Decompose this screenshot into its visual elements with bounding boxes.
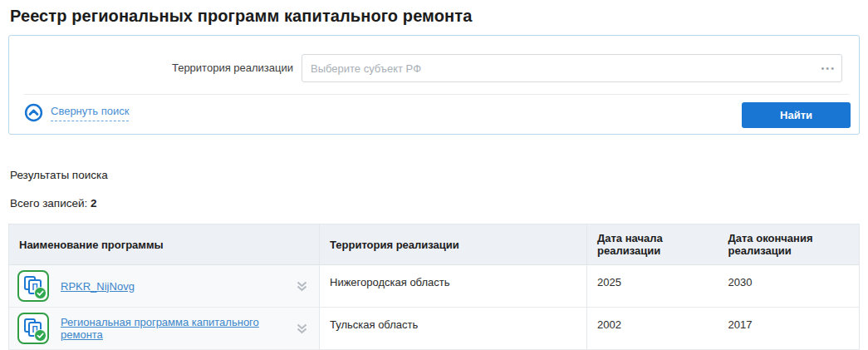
panel-divider	[24, 94, 849, 95]
search-panel: Территория реализации ••• Свернуть поиск…	[8, 35, 860, 135]
column-header-end-date: Дата окончания реализации	[718, 224, 860, 265]
table-row: П RPKR_NijNovg	[9, 265, 860, 308]
end-date-cell: 2030	[718, 265, 860, 308]
total-records: Всего записей: 2	[10, 197, 860, 210]
double-chevron-down-icon	[295, 283, 309, 296]
territory-cell: Нижегородская область	[320, 265, 587, 308]
territory-input-wrap: •••	[302, 54, 842, 82]
start-date-cell: 2002	[587, 308, 718, 350]
page-container: Реестр региональных программ капитальног…	[0, 7, 868, 350]
results-table: Наименование программы Территория реализ…	[8, 224, 860, 350]
chevron-up-circle-icon	[24, 103, 43, 122]
column-header-program-name: Наименование программы	[9, 224, 320, 265]
program-name-cell: П Региональная программа капитального ре…	[9, 308, 320, 350]
check-circle-icon	[34, 287, 47, 299]
program-link[interactable]: RPKR_NijNovg	[61, 280, 282, 293]
results-heading: Результаты поиска	[10, 169, 860, 181]
program-link[interactable]: Региональная программа капитального ремо…	[61, 316, 282, 341]
table-row: П Региональная программа капитального ре…	[9, 308, 860, 350]
column-header-territory: Территория реализации	[320, 224, 587, 265]
start-date-cell: 2025	[587, 265, 718, 308]
ellipsis-icon: •••	[821, 63, 836, 73]
territory-input[interactable]	[302, 54, 842, 82]
collapse-search-link[interactable]: Свернуть поиск	[51, 105, 129, 121]
page-title: Реестр региональных программ капитальног…	[10, 7, 860, 26]
expand-row-button[interactable]	[293, 320, 311, 338]
total-records-value: 2	[91, 197, 97, 210]
expand-row-button[interactable]	[293, 278, 311, 295]
program-document-icon: П	[17, 313, 49, 344]
end-date-cell: 2017	[718, 308, 860, 350]
check-circle-icon	[34, 329, 47, 342]
find-button[interactable]: Найти	[742, 102, 851, 128]
territory-label: Территория реализации	[9, 62, 293, 74]
double-chevron-down-icon	[295, 326, 309, 338]
program-name-cell: П RPKR_NijNovg	[9, 265, 320, 308]
territory-picker-button[interactable]: •••	[819, 61, 837, 76]
collapse-search-toggle[interactable]: Свернуть поиск	[24, 103, 129, 122]
total-records-label: Всего записей:	[10, 197, 87, 210]
program-document-icon: П	[17, 270, 49, 302]
table-header-row: Наименование программы Территория реализ…	[9, 224, 860, 265]
column-header-start-date: Дата начала реализации	[587, 224, 718, 265]
territory-cell: Тульская область	[320, 308, 587, 350]
